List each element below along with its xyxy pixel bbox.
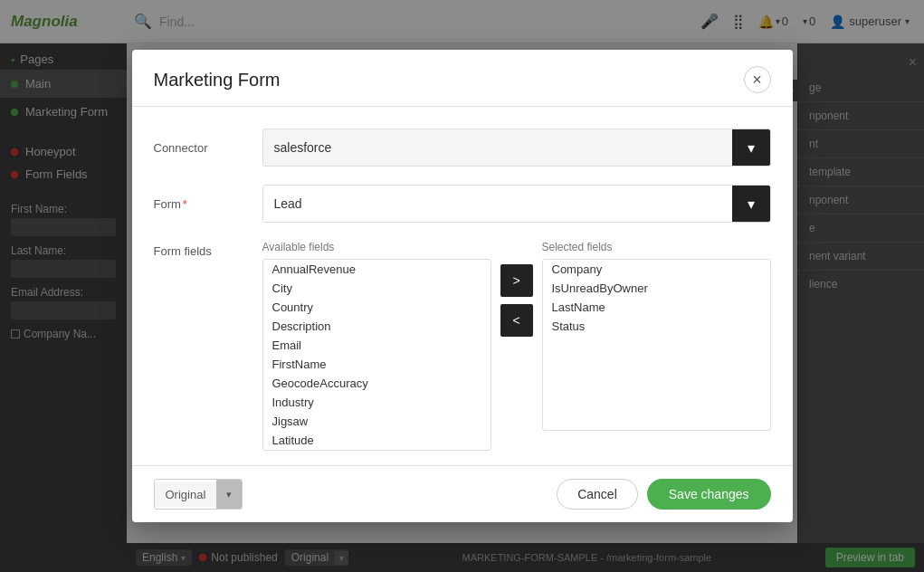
transfer-left-button[interactable]: < <box>500 304 533 337</box>
form-field-label: Form* <box>154 197 262 211</box>
selected-item-lastname[interactable]: LastName <box>543 298 770 317</box>
connector-label: Connector <box>154 141 262 155</box>
form-chevron-icon[interactable]: ▾ <box>732 186 770 222</box>
selected-header: Selected fields <box>542 241 771 253</box>
save-changes-button[interactable]: Save changes <box>647 479 771 510</box>
transfer-buttons: > < <box>500 241 533 337</box>
original-chevron-icon[interactable]: ▾ <box>216 480 242 509</box>
form-value: Lead <box>263 187 732 220</box>
field-item-email[interactable]: Email <box>263 336 491 355</box>
form-fields-row-label: Form fields <box>154 241 262 451</box>
modal-header: Marketing Form × <box>132 50 793 107</box>
connector-value: salesforce <box>263 131 732 164</box>
field-item-jigsaw[interactable]: Jigsaw <box>263 412 491 431</box>
field-item-industry[interactable]: Industry <box>263 393 491 412</box>
selected-item-status[interactable]: Status <box>543 317 770 336</box>
available-header: Available fields <box>262 241 491 253</box>
field-item-latitude[interactable]: Latitude <box>263 431 491 450</box>
selected-item-company[interactable]: Company <box>543 260 770 279</box>
selected-fields-list[interactable]: Company IsUnreadByOwner LastName Status <box>542 259 771 431</box>
fields-area: Available fields AnnualRevenue City Coun… <box>262 241 771 451</box>
form-select[interactable]: Lead ▾ <box>262 185 771 223</box>
connector-chevron-icon[interactable]: ▾ <box>732 129 770 166</box>
form-row: Form* Lead ▾ <box>154 185 771 223</box>
field-item-description[interactable]: Description <box>263 317 491 336</box>
connector-row: Connector salesforce ▾ <box>154 129 771 167</box>
modal-footer: Original ▾ Cancel Save changes <box>132 465 793 522</box>
transfer-right-button[interactable]: > <box>500 264 533 297</box>
modal-close-button[interactable]: × <box>744 66 771 93</box>
modal-overlay: Marketing Form × Connector salesforce ▾ … <box>0 0 924 572</box>
connector-select[interactable]: salesforce ▾ <box>262 129 771 167</box>
field-item-country[interactable]: Country <box>263 298 491 317</box>
available-fields-column: Available fields AnnualRevenue City Coun… <box>262 241 491 451</box>
cancel-button[interactable]: Cancel <box>557 479 638 510</box>
selected-item-isunreadbyowner[interactable]: IsUnreadByOwner <box>543 279 770 298</box>
modal-title: Marketing Form <box>154 70 281 91</box>
selected-fields-column: Selected fields Company IsUnreadByOwner … <box>542 241 771 431</box>
modal: Marketing Form × Connector salesforce ▾ … <box>132 50 793 522</box>
original-value: Original <box>155 482 217 507</box>
field-item-city[interactable]: City <box>263 279 491 298</box>
field-item-geocodeaccuracy[interactable]: GeocodeAccuracy <box>263 374 491 393</box>
footer-right: Cancel Save changes <box>557 479 770 510</box>
modal-body: Connector salesforce ▾ Form* Lead ▾ Form… <box>132 107 793 465</box>
required-star: * <box>183 197 187 211</box>
field-item-firstname[interactable]: FirstName <box>263 355 491 374</box>
footer-left: Original ▾ <box>154 479 243 510</box>
form-fields-row: Form fields Available fields AnnualReven… <box>154 241 771 451</box>
available-fields-list[interactable]: AnnualRevenue City Country Description E… <box>262 259 491 451</box>
field-item-annual-revenue[interactable]: AnnualRevenue <box>263 260 491 279</box>
